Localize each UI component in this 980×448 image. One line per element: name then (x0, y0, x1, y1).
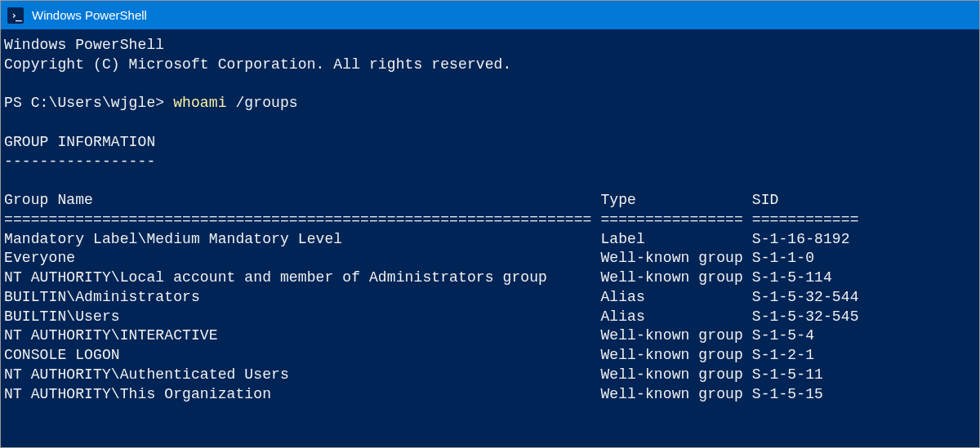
prompt: PS C:\Users\wjgle> (4, 95, 173, 111)
powershell-icon (7, 7, 24, 24)
table-row: Mandatory Label\Medium Mandatory Level L… (4, 231, 850, 247)
table-row: NT AUTHORITY\Local account and member of… (4, 269, 832, 286)
table-row: CONSOLE LOGON Well-known group S-1-2-1 (4, 347, 814, 363)
banner-line: Windows PowerShell (4, 37, 164, 53)
table-header-row: Group Name Type SID (4, 192, 778, 208)
command-yellow: whoami (173, 95, 226, 111)
table-rule: ========================================… (4, 211, 859, 228)
command-rest: /groups (227, 95, 298, 111)
table-row: BUILTIN\Administrators Alias S-1-5-32-54… (4, 289, 859, 305)
section-header: GROUP INFORMATION (4, 134, 155, 150)
banner-line: Copyright (C) Microsoft Corporation. All… (4, 56, 511, 73)
window-title: Windows PowerShell (32, 8, 147, 22)
table-row: BUILTIN\Users Alias S-1-5-32-545 (4, 308, 859, 325)
terminal-output[interactable]: Windows PowerShell Copyright (C) Microso… (1, 29, 979, 407)
titlebar[interactable]: Windows PowerShell (1, 1, 979, 29)
table-row: NT AUTHORITY\This Organization Well-know… (4, 386, 823, 402)
table-row: Everyone Well-known group S-1-1-0 (4, 250, 814, 266)
table-row: NT AUTHORITY\INTERACTIVE Well-known grou… (4, 327, 814, 344)
table-row: NT AUTHORITY\Authenticated Users Well-kn… (4, 366, 823, 383)
section-divider: ----------------- (4, 153, 155, 170)
